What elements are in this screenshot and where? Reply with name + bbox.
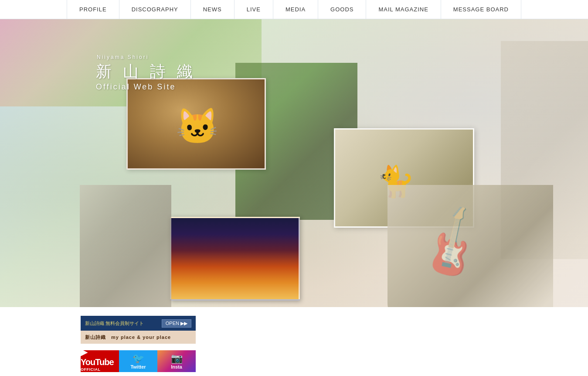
- hero-kanji: 新 山 詩 織: [96, 61, 196, 82]
- footer: 新山詩織 無料会員制サイト OPEN ▶▶ 新山詩織 my place & yo…: [0, 307, 588, 376]
- hero-section: Niiyama Shiori 新 山 詩 織 Official Web Site: [0, 19, 588, 307]
- nav-messageboard[interactable]: MESSAGE BOARD: [441, 0, 521, 19]
- member-banner-bottom-text: 新山詩織 my place & your place: [85, 334, 171, 341]
- member-banner-bottom[interactable]: 新山詩織 my place & your place: [81, 331, 196, 344]
- instagram-label: Insta: [171, 364, 182, 369]
- nav-mailmagazine[interactable]: MAIL MAGAZINE: [366, 0, 441, 19]
- photo-guitar: [387, 185, 553, 307]
- youtube-icon: ▶ YouTube: [81, 347, 119, 367]
- photo-left-cat: [80, 185, 171, 307]
- member-site-banner[interactable]: 新山詩織 無料会員制サイト OPEN ▶▶ 新山詩織 my place & yo…: [81, 316, 196, 344]
- member-banner-text: 新山詩織 無料会員制サイト: [85, 320, 144, 327]
- twitter-icon: 🐦: [133, 353, 144, 364]
- photo-cat-closeup: [126, 78, 266, 170]
- member-open-button[interactable]: OPEN ▶▶: [162, 319, 191, 328]
- nav-profile[interactable]: PROFILE: [67, 0, 119, 19]
- instagram-icon: 📷: [171, 353, 183, 364]
- nav-news[interactable]: NEWS: [191, 0, 235, 19]
- hero-title: Niiyama Shiori 新 山 詩 織 Official Web Site: [96, 54, 196, 92]
- hero-subtitle: Official Web Site: [96, 82, 196, 92]
- photo-sunset-sky: [170, 217, 300, 301]
- twitter-label: Twitter: [130, 364, 146, 369]
- nav-media[interactable]: MEDIA: [273, 0, 318, 19]
- navigation-bar: PROFILE DISCOGRAPHY NEWS LIVE MEDIA GOOD…: [0, 0, 588, 19]
- nav-discography[interactable]: DISCOGRAPHY: [119, 0, 191, 19]
- nav-live[interactable]: LIVE: [235, 0, 273, 19]
- instagram-button[interactable]: 📷 Insta: [157, 350, 196, 372]
- hero-romaji: Niiyama Shiori: [97, 54, 196, 60]
- social-buttons-row: ▶ YouTube OFFICIAL CHANNEL 🐦 Twitter 📷 I…: [81, 350, 196, 372]
- youtube-label: OFFICIAL CHANNEL: [81, 367, 119, 376]
- nav-goods[interactable]: GOODS: [318, 0, 366, 19]
- twitter-button[interactable]: 🐦 Twitter: [119, 350, 157, 372]
- member-banner-top[interactable]: 新山詩織 無料会員制サイト OPEN ▶▶: [81, 316, 196, 331]
- youtube-button[interactable]: ▶ YouTube OFFICIAL CHANNEL: [81, 350, 119, 372]
